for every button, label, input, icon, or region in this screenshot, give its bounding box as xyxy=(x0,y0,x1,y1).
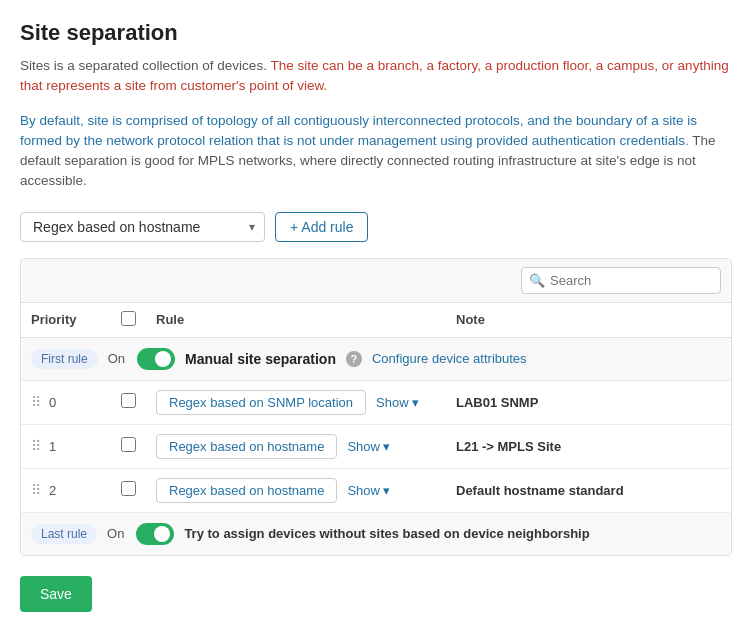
row-2-check-cell xyxy=(111,468,146,512)
header-priority: Priority xyxy=(21,303,111,338)
table-row: ⠿ 0 Regex based on SNMP location Show ▾ … xyxy=(21,380,731,424)
row-1-checkbox[interactable] xyxy=(121,437,136,452)
last-rule-content: Last rule On Try to assign devices witho… xyxy=(31,523,721,545)
first-rule-on-label: On xyxy=(108,351,125,366)
last-rule-cell: Last rule On Try to assign devices witho… xyxy=(21,512,731,555)
rule-type-select[interactable]: Regex based on hostname Regex based on S… xyxy=(20,212,265,242)
table-row: ⠿ 2 Regex based on hostname Show ▾ Defau… xyxy=(21,468,731,512)
toolbar: Regex based on hostname Regex based on S… xyxy=(20,212,732,242)
row-2-note: Default hostname standard xyxy=(456,483,624,498)
last-rule-label: Try to assign devices without sites base… xyxy=(184,526,589,541)
rule-type-select-wrapper: Regex based on hostname Regex based on S… xyxy=(20,212,265,242)
header-note: Note xyxy=(446,303,731,338)
row-2-priority: 2 xyxy=(49,483,56,498)
row-1-rule-button[interactable]: Regex based on hostname xyxy=(156,434,337,459)
search-bar: 🔍 xyxy=(21,259,731,303)
first-rule-manual-label: Manual site separation xyxy=(185,351,336,367)
table-row: ⠿ 1 Regex based on hostname Show ▾ L21 -… xyxy=(21,424,731,468)
first-rule-toggle-slider xyxy=(137,348,175,370)
row-1-priority-cell: ⠿ 1 xyxy=(21,424,111,468)
row-2-rule-cell: Regex based on hostname Show ▾ xyxy=(146,468,446,512)
row-0-show-link[interactable]: Show ▾ xyxy=(376,395,419,410)
row-0-rule-cell: Regex based on SNMP location Show ▾ xyxy=(146,380,446,424)
search-input[interactable] xyxy=(521,267,721,294)
row-0-note-cell: LAB01 SNMP xyxy=(446,380,731,424)
drag-handle-icon[interactable]: ⠿ xyxy=(31,482,41,498)
row-0-check-cell xyxy=(111,380,146,424)
first-rule-toggle[interactable] xyxy=(137,348,175,370)
row-2-checkbox[interactable] xyxy=(121,481,136,496)
row-1-rule-content: Regex based on hostname Show ▾ xyxy=(156,434,436,459)
configure-link[interactable]: Configure device attributes xyxy=(372,351,527,366)
save-button[interactable]: Save xyxy=(20,576,92,612)
last-rule-row: Last rule On Try to assign devices witho… xyxy=(21,512,731,555)
first-rule-row: First rule On Manual site separation ? C… xyxy=(21,337,731,380)
row-1-show-link[interactable]: Show ▾ xyxy=(347,439,390,454)
row-0-note: LAB01 SNMP xyxy=(456,395,538,410)
row-1-note: L21 -> MPLS Site xyxy=(456,439,561,454)
last-rule-toggle[interactable] xyxy=(136,523,174,545)
search-icon: 🔍 xyxy=(529,273,545,288)
first-rule-cell: First rule On Manual site separation ? C… xyxy=(21,337,731,380)
last-rule-badge: Last rule xyxy=(31,524,97,544)
row-1-note-cell: L21 -> MPLS Site xyxy=(446,424,731,468)
drag-handle-icon[interactable]: ⠿ xyxy=(31,438,41,454)
row-0-rule-content: Regex based on SNMP location Show ▾ xyxy=(156,390,436,415)
row-2-rule-button[interactable]: Regex based on hostname xyxy=(156,478,337,503)
row-2-show-link[interactable]: Show ▾ xyxy=(347,483,390,498)
page-title: Site separation xyxy=(20,20,732,46)
last-rule-on-label: On xyxy=(107,526,124,541)
row-0-rule-button[interactable]: Regex based on SNMP location xyxy=(156,390,366,415)
description-1: Sites is a separated collection of devic… xyxy=(20,56,732,97)
description-2: By default, site is comprised of topolog… xyxy=(20,111,732,192)
row-0-priority: 0 xyxy=(49,395,56,410)
row-1-check-cell xyxy=(111,424,146,468)
row-2-note-cell: Default hostname standard xyxy=(446,468,731,512)
row-2-rule-content: Regex based on hostname Show ▾ xyxy=(156,478,436,503)
row-2-priority-cell: ⠿ 2 xyxy=(21,468,111,512)
header-rule: Rule xyxy=(146,303,446,338)
header-check xyxy=(111,303,146,338)
first-rule-content: First rule On Manual site separation ? C… xyxy=(31,348,721,370)
select-all-checkbox[interactable] xyxy=(121,311,136,326)
desc1-plain: Sites is a separated collection of devic… xyxy=(20,58,270,73)
row-0-priority-cell: ⠿ 0 xyxy=(21,380,111,424)
row-1-priority: 1 xyxy=(49,439,56,454)
desc2-link: By default, site is comprised of topolog… xyxy=(20,113,697,148)
row-0-checkbox[interactable] xyxy=(121,393,136,408)
add-rule-button[interactable]: + Add rule xyxy=(275,212,368,242)
first-rule-badge: First rule xyxy=(31,349,98,369)
last-rule-toggle-slider xyxy=(136,523,174,545)
drag-handle-icon[interactable]: ⠿ xyxy=(31,394,41,410)
rules-table-section: 🔍 Priority Rule Note First rule On xyxy=(20,258,732,556)
help-icon[interactable]: ? xyxy=(346,351,362,367)
row-1-rule-cell: Regex based on hostname Show ▾ xyxy=(146,424,446,468)
rules-table: Priority Rule Note First rule On xyxy=(21,303,731,555)
search-input-wrapper: 🔍 xyxy=(521,267,721,294)
